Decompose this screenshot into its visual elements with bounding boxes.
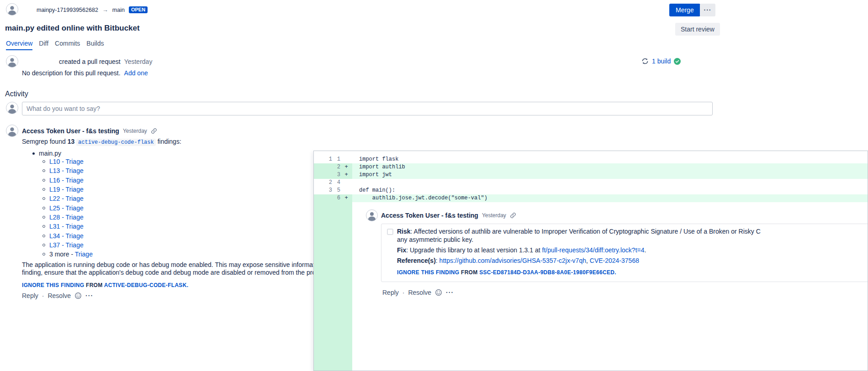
risk-label: Risk [397, 228, 411, 235]
finding-link-l25[interactable]: L25 - Triage [49, 204, 84, 212]
line-number-old [314, 194, 332, 202]
diff-line: 24 [314, 179, 868, 187]
cve-link[interactable]: CVE-2024-37568 [590, 257, 639, 264]
inline-ignore-finding-link[interactable]: IGNORE THIS FINDING [397, 269, 459, 276]
inline-ignore-from-text: FROM [461, 269, 478, 276]
bullet-icon [42, 160, 45, 163]
inline-ignore-row: IGNORE THIS FINDING FROM SSC-ED87184D-D3… [397, 269, 868, 276]
code-text: import flask [352, 156, 398, 163]
reply-button[interactable]: Reply [22, 292, 38, 299]
tab-diff[interactable]: Diff [39, 40, 48, 50]
inline-comment-more-options[interactable]: ··· [446, 289, 454, 296]
bullet-icon [42, 225, 45, 228]
inline-comment-actions: Reply · Resolve ··· [382, 289, 454, 296]
actions-separator: · [42, 292, 44, 299]
more-findings-prefix: 3 more - [49, 251, 73, 258]
line-number-new: 4 [332, 179, 340, 187]
resolve-button[interactable]: Resolve [48, 292, 71, 299]
diff-preview-panel: 11import flask 2+import authlib 3+import… [313, 151, 868, 371]
branch-breadcrumb: mainpy-1719939562682 → main OPEN [37, 6, 148, 13]
diff-marker: + [340, 194, 352, 202]
inline-ignore-target-link[interactable]: SSC-ED87184D-D3AA-9DB8-8A0E-1980F9E66CED… [479, 269, 616, 276]
finding-link-l31[interactable]: L31 - Triage [49, 223, 84, 230]
finding-description-line2: finding, ensure that the application's d… [22, 269, 350, 276]
line-number-old: 1 [314, 156, 332, 163]
build-success-icon [674, 58, 681, 65]
references-colon: : [436, 257, 438, 264]
more-options-button[interactable]: ··· [700, 4, 715, 16]
finding-link-l19[interactable]: L19 - Triage [49, 186, 84, 193]
source-branch[interactable]: mainpy-1719939562682 [37, 7, 98, 13]
line-number-new: 5 [332, 187, 340, 194]
bullet-icon [42, 235, 45, 237]
merge-button[interactable]: Merge [669, 4, 700, 16]
finding-link-l10[interactable]: L10 - Triage [49, 158, 84, 165]
line-number-old [314, 171, 332, 179]
risk-line2: any asymmetric public key. [397, 235, 868, 244]
tab-builds[interactable]: Builds [86, 40, 104, 50]
ignore-finding-link[interactable]: IGNORE THIS FINDING [22, 282, 84, 288]
tab-commits[interactable]: Commits [55, 40, 80, 50]
line-number-new: 1 [332, 156, 340, 163]
line-number-old: 3 [314, 187, 332, 194]
ignore-target-link[interactable]: ACTIVE-DEBUG-CODE-FLASK. [104, 282, 189, 288]
finding-link-l34[interactable]: L34 - Triage [49, 232, 84, 240]
comment-input[interactable] [22, 102, 713, 115]
finding-checkbox[interactable] [387, 229, 393, 235]
finding-item: L13 - Triage [42, 166, 93, 175]
code-text: import jwt [352, 171, 392, 179]
finding-item: L22 - Triage [42, 194, 93, 203]
pr-tabs: Overview Diff Commits Builds [6, 40, 104, 50]
fix-text: : Upgrade this library to at least versi… [406, 246, 540, 254]
inline-add-reaction-icon[interactable] [435, 289, 442, 296]
permalink-icon[interactable] [510, 212, 516, 219]
target-branch[interactable]: main [112, 7, 125, 13]
finding-link-l37[interactable]: L37 - Triage [49, 241, 84, 249]
finding-link-l28[interactable]: L28 - Triage [49, 214, 84, 221]
inline-resolve-button[interactable]: Resolve [408, 289, 431, 296]
inline-actions-separator: · [402, 289, 405, 296]
finding-item: L10 - Triage [42, 157, 93, 166]
bullet-icon [42, 179, 45, 182]
advisory-link[interactable]: https://github.com/advisories/GHSA-5357-… [439, 257, 586, 264]
fix-link[interactable]: ft/pull-requests/34/diff:oetry.lock?t=4 [542, 246, 645, 254]
diff-line: 35def main(): [314, 187, 868, 194]
inline-reply-button[interactable]: Reply [382, 289, 399, 296]
comment-author[interactable]: Access Token User - f&s testing [22, 127, 119, 135]
arrow-right-icon: → [102, 6, 108, 13]
permalink-icon[interactable] [151, 128, 157, 134]
finding-link-l16[interactable]: L16 - Triage [49, 177, 84, 184]
line-number-old: 2 [314, 179, 332, 187]
finding-link-l22[interactable]: L22 - Triage [49, 195, 84, 202]
build-link[interactable]: 1 build [652, 57, 671, 65]
line-number-new: 3 [332, 171, 340, 179]
comment-header: Access Token User - f&s testing Yesterda… [22, 127, 157, 135]
created-line: created a pull request Yesterday [59, 58, 152, 65]
bullet-icon [42, 188, 45, 191]
comment-more-options[interactable]: ··· [85, 292, 93, 299]
risk-line1: Risk: Affected versions of authlib are v… [397, 227, 868, 235]
inline-comment-author[interactable]: Access Token User - f&s testing [381, 212, 478, 219]
finding-link-l13[interactable]: L13 - Triage [49, 167, 84, 174]
add-description-link[interactable]: Add one [124, 69, 148, 77]
fix-label: Fix [397, 246, 406, 254]
finding-detail-card: Risk: Affected versions of authlib are v… [381, 224, 868, 282]
pr-author-avatar[interactable] [6, 3, 18, 16]
add-reaction-icon[interactable] [74, 292, 82, 299]
code-text: def main(): [352, 187, 395, 194]
pr-state-badge: OPEN [129, 6, 148, 13]
line-number-old [314, 163, 332, 171]
build-status: 1 build [641, 57, 681, 65]
start-review-button[interactable]: Start review [675, 23, 720, 36]
more-findings-text: 3 more - Triage [49, 251, 93, 258]
tab-overview[interactable]: Overview [6, 40, 32, 50]
commenter-avatar [6, 125, 18, 137]
creator-avatar [6, 55, 18, 68]
rule-code-token[interactable]: active-debug-code-flask [76, 139, 156, 146]
diff-line-added: 2+import authlib [314, 163, 868, 171]
code-text [352, 179, 359, 187]
diff-marker [340, 156, 352, 163]
more-findings-triage-link[interactable]: Triage [75, 251, 93, 258]
bullet-icon [42, 207, 45, 209]
comment-actions: Reply · Resolve ··· [22, 292, 93, 299]
